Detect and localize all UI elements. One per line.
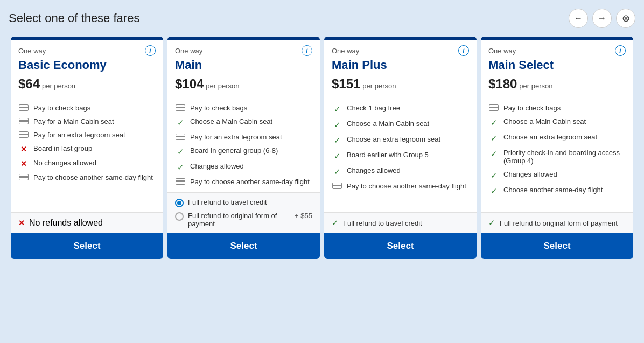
feature-text: Choose an extra legroom seat [503,133,597,141]
feature-row: ✓ Choose a Main Cabin seat [332,120,469,130]
feature-row: ✓ Choose a Main Cabin seat [175,117,312,128]
credit-card-icon [175,104,186,111]
x-icon: ✕ [18,145,29,153]
feature-row: ✓ Board earlier with Group 5 [332,151,469,161]
fare-price-row: $104 per person [175,76,312,92]
fare-price: $180 [488,76,517,91]
fare-header: One way i Basic Economy $64 per person [11,40,163,97]
refund-check-section: ✓ Full refund to original form of paymen… [481,212,633,233]
fare-price: $104 [175,76,204,91]
feature-text: Pay to choose another same-day flight [33,173,153,181]
check-icon: ✓ [488,218,495,228]
feature-row: ✓ Check 1 bag free [332,104,469,114]
feature-text: Board in last group [33,144,92,152]
feature-row: Pay to choose another same-day flight [332,182,469,190]
info-icon[interactable]: i [615,45,626,56]
fare-price: $151 [332,76,360,91]
check-icon: ✓ [488,171,499,180]
page-title: Select one of these fares [9,11,139,25]
feature-text: Changes allowed [190,162,244,170]
check-icon: ✓ [332,218,339,228]
radio-empty-icon [175,212,184,221]
refund-check-section: ✓ Full refund to travel credit [324,212,477,233]
refund-option-2[interactable]: Full refund to original form of payment … [175,212,312,228]
info-icon[interactable]: i [145,45,156,56]
credit-card-icon [175,134,186,140]
feature-row: ✓ Choose an extra legroom seat [488,133,626,143]
select-button[interactable]: Select [481,233,633,259]
fare-name: Basic Economy [18,58,156,72]
fare-name: Main Plus [332,58,469,72]
next-nav-button[interactable]: → [592,9,612,28]
fare-header: One way i Main Select $180 per person [481,40,633,97]
feature-text: Board in general group (6-8) [190,146,278,155]
fare-features: Pay to check bags Pay for a Main Cabin s… [11,97,163,212]
check-icon: ✓ [332,136,342,145]
feature-row: ✓ Changes allowed [332,166,469,177]
feature-text: No changes allowed [33,159,96,167]
feature-text: Check 1 bag free [347,104,400,112]
feature-text: Priority check-in and boarding access (G… [503,149,626,165]
feature-text: Pay for an extra legroom seat [33,131,125,139]
feature-text: Choose an extra legroom seat [347,135,440,143]
check-icon: ✓ [175,163,186,172]
x-icon: ✕ [18,159,29,168]
info-icon[interactable]: i [302,45,312,56]
header-row: Select one of these fares ← → ⊗ [9,9,635,28]
feature-text: Choose a Main Cabin seat [190,117,272,125]
check-icon: ✓ [488,149,499,159]
feature-row: ✕ No changes allowed [18,159,156,168]
fare-price: $64 [18,76,40,91]
one-way-label: One way [332,47,359,55]
refund-option-1[interactable]: Full refund to travel credit [175,198,312,207]
no-refund-label: No refunds allowed [29,218,103,228]
one-way-row: One way i [332,45,469,56]
feature-text: Changes allowed [503,170,557,178]
check-icon: ✓ [488,118,499,128]
check-icon: ✓ [332,120,342,130]
fare-name: Main Select [488,58,626,72]
info-icon[interactable]: i [458,45,469,56]
fare-card-basic-economy: One way i Basic Economy $64 per person P… [11,37,163,259]
feature-row: ✓ Choose another same-day flight [488,186,626,196]
fares-grid: One way i Basic Economy $64 per person P… [9,37,635,259]
select-button[interactable]: Select [324,233,477,259]
feature-text: Pay to choose another same-day flight [190,178,310,186]
check-icon: ✓ [175,147,186,157]
feature-row: Pay for an extra legroom seat [18,131,156,139]
one-way-label: One way [175,47,202,55]
fare-header: One way i Main Plus $151 per person [324,40,477,97]
select-button[interactable]: Select [167,233,320,259]
feature-row: ✓ Changes allowed [488,170,626,180]
prev-nav-button[interactable]: ← [569,9,588,28]
per-person: per person [206,82,239,90]
feature-text: Choose a Main Cabin seat [347,120,429,128]
feature-text: Board earlier with Group 5 [347,151,429,159]
fare-name: Main [175,58,312,72]
credit-card-icon [18,104,29,111]
select-button[interactable]: Select [11,233,163,259]
one-way-row: One way i [18,45,156,56]
per-person: per person [519,82,552,90]
feature-text: Pay to check bags [190,104,247,112]
feature-row: ✕ Board in last group [18,144,156,153]
refund-option-1-label: Full refund to travel credit [188,198,312,206]
feature-text: Pay to choose another same-day flight [347,182,466,190]
credit-card-icon [18,174,29,180]
refund-label: Full refund to original form of payment [500,219,618,227]
fare-price-row: $151 per person [332,76,469,92]
header-controls: ← → ⊗ [569,9,635,28]
feature-row: Pay to check bags [18,104,156,112]
page-container: Select one of these fares ← → ⊗ One way … [0,0,644,343]
check-icon: ✓ [332,167,342,177]
fare-price-row: $64 per person [18,76,156,92]
feature-row: Pay to choose another same-day flight [175,178,312,186]
feature-row: Pay to check bags [488,104,626,112]
fare-features: Pay to check bags ✓ Choose a Main Cabin … [481,97,633,212]
credit-card-icon [488,104,499,111]
feature-row: ✓ Priority check-in and boarding access … [488,149,626,165]
close-button[interactable]: ⊗ [616,9,635,28]
feature-row: ✓ Choose a Main Cabin seat [488,117,626,128]
fare-features: ✓ Check 1 bag free ✓ Choose a Main Cabin… [324,97,477,212]
fare-card-main-plus: One way i Main Plus $151 per person ✓ Ch… [324,37,477,259]
